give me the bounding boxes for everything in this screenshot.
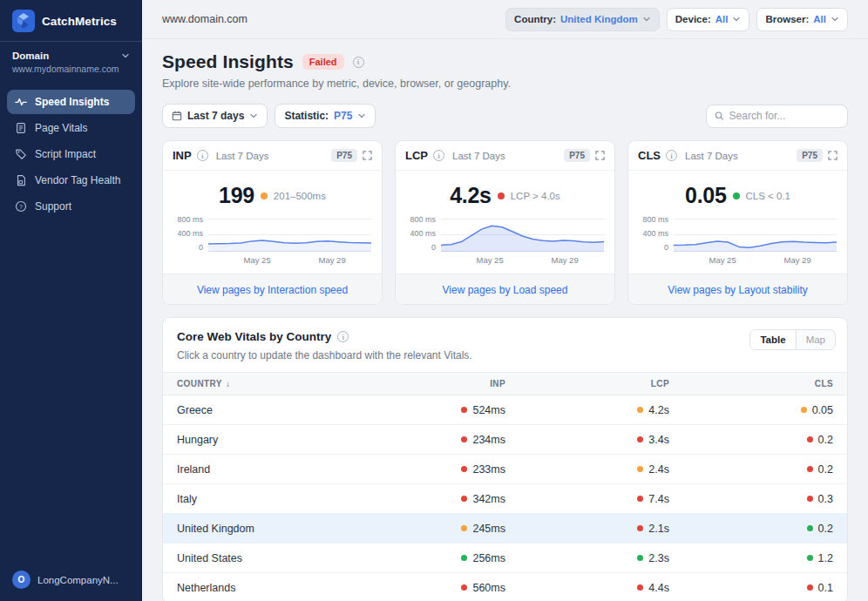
section-title: Core Web Vitals by Country [177,330,331,343]
country-cell: Netherlands [177,582,342,594]
topbar-filters: Country: United Kingdom Device: All Brow… [505,8,848,31]
y-tick: 800 ms [177,215,203,224]
table-row-italy[interactable]: Italy 342ms 7.4s 0.3 [163,484,847,514]
sparkline [674,219,837,252]
svg-text:?: ? [19,204,23,210]
cls-value: 0.2 [818,523,833,535]
account-switcher[interactable]: O LongCompanyN... [12,571,133,589]
x-tick: May 29 [319,255,346,265]
sidebar-item-script-impact[interactable]: Script Impact [7,142,135,166]
view-pages-link[interactable]: View pages by Layout stability [668,284,808,296]
cls-value: 0.05 [812,404,833,416]
file-tag-icon [15,174,27,186]
page-title: Speed Insights [162,51,294,72]
pulse-icon [15,96,27,108]
info-icon[interactable]: i [666,150,677,161]
sidebar-item-page-vitals[interactable]: Page Vitals [7,116,135,140]
expand-icon[interactable] [828,151,837,160]
country-filter-label: Country: [514,14,556,24]
expand-icon[interactable] [595,151,605,160]
country-cell: Hungary [177,434,342,446]
domain-label: Domain [12,51,49,61]
column-inp[interactable]: INP [342,379,505,388]
controls-row: Last 7 days Statistic: P75 [162,104,848,128]
sidebar-item-label: Speed Insights [35,96,109,108]
view-pages-link[interactable]: View pages by Load speed [443,284,568,296]
x-tick: May 29 [784,255,811,265]
country-cell: Italy [177,493,342,505]
percentile-badge: P75 [331,149,357,162]
date-range-button[interactable]: Last 7 days [162,104,268,128]
info-icon[interactable]: i [197,150,208,161]
status-dot [461,555,467,561]
info-icon[interactable]: i [337,331,349,342]
table-row-netherlands[interactable]: Netherlands 560ms 4.4s 0.1 [163,573,847,601]
info-icon[interactable]: i [433,150,444,161]
status-dot [637,407,643,413]
expand-icon[interactable] [363,151,372,160]
device-filter[interactable]: Device: All [667,8,750,31]
status-dot [637,466,643,472]
sparkline [441,219,604,252]
sidebar-item-label: Script Impact [35,148,96,160]
status-dot [807,436,813,442]
cls-card: CLS i Last 7 Days P75 0.05 CLS < 0.1 800… [627,140,848,305]
sidebar-item-label: Support [35,200,71,213]
table-row-hungary[interactable]: Hungary 234ms 3.4s 0.2 [163,425,847,455]
status-dot [637,525,643,531]
country-filter[interactable]: Country: United Kingdom [505,8,660,31]
status-dot [807,525,813,531]
status-dot [461,407,467,413]
inp-value: 245ms [472,523,505,535]
sidebar-item-vendor-tag-health[interactable]: Vendor Tag Health [7,168,135,192]
lcp-value: 2.1s [648,523,669,535]
toggle-table[interactable]: Table [750,330,796,349]
inp-value: 342ms [472,493,505,505]
column-country[interactable]: COUNTRY [177,379,222,388]
chevron-down-icon [831,15,839,24]
search-input[interactable] [729,110,839,122]
sidebar-nav: Speed Insights Page Vitals Script Impact… [0,90,142,219]
table-row-greece[interactable]: Greece 524ms 4.2s 0.05 [163,395,847,425]
status-dot [733,192,740,199]
table-row-united-kingdom[interactable]: United Kingdom 245ms 2.1s 0.2 [163,514,847,544]
calendar-icon [172,111,182,121]
percentile-badge: P75 [797,149,823,162]
toggle-map[interactable]: Map [797,330,835,349]
sidebar-item-speed-insights[interactable]: Speed Insights [7,90,135,114]
status-dot [461,436,467,442]
cls-value: 0.2 [818,463,833,476]
statistic-button[interactable]: Statistic: P75 [275,104,376,128]
table-row-ireland[interactable]: Ireland 233ms 2.4s 0.2 [163,455,847,484]
country-filter-value: United Kingdom [560,14,638,24]
metric-period: Last 7 Days [685,151,738,161]
device-filter-label: Device: [675,14,711,24]
avatar: O [12,571,31,589]
domain-selector[interactable]: Domain www.mydomainname.com [0,42,142,81]
chevron-down-icon [732,15,741,24]
y-tick: 400 ms [410,229,436,238]
y-tick: 400 ms [177,229,203,238]
column-cls[interactable]: CLS [669,379,833,388]
status-dot [637,584,643,591]
lcp-value: 4.4s [648,582,669,594]
metric-value: 199 [219,183,254,208]
column-lcp[interactable]: LCP [505,379,669,388]
metric-period: Last 7 Days [216,151,269,161]
info-icon[interactable]: i [353,57,364,68]
device-filter-value: All [715,14,729,24]
metric-value: 0.05 [685,183,726,208]
country-cell: United States [177,552,342,564]
chevron-down-icon [121,51,130,60]
question-circle-icon: ? [15,200,27,213]
brand: CatchMetrics [0,0,142,41]
status-badge: Failed [302,54,344,70]
view-pages-link[interactable]: View pages by Interaction speed [197,284,348,296]
table-row-united-states[interactable]: United States 256ms 2.3s 1.2 [163,544,847,573]
browser-filter[interactable]: Browser: All [756,8,848,31]
search-icon [715,111,724,121]
sidebar-item-label: Vendor Tag Health [35,174,121,186]
sidebar-item-support[interactable]: ? Support [7,194,135,219]
metric-name: INP [173,149,192,162]
country-cell: Greece [177,404,342,416]
